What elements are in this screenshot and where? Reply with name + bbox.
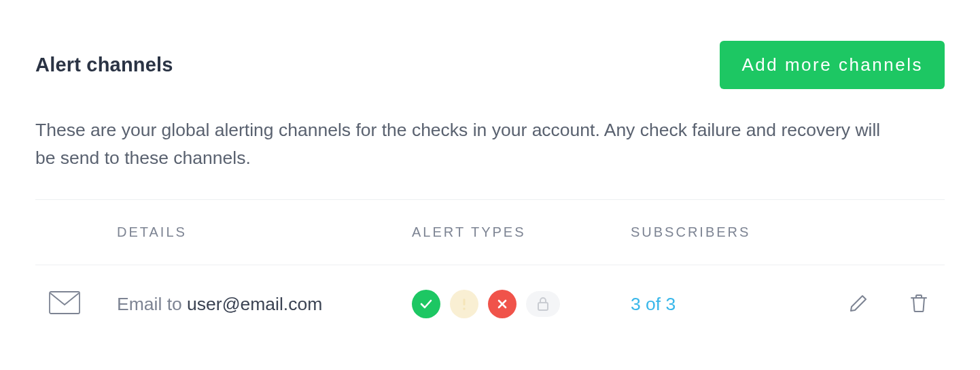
column-header-alert-types: ALERT TYPES xyxy=(412,224,631,240)
envelope-icon xyxy=(49,291,80,317)
svg-point-2 xyxy=(463,307,466,310)
edit-button[interactable] xyxy=(845,290,871,318)
warning-icon xyxy=(450,290,478,318)
channel-details: Email to user@email.com xyxy=(117,294,322,315)
x-icon xyxy=(488,290,517,318)
channel-prefix: Email to xyxy=(117,294,187,314)
add-more-channels-button[interactable]: Add more channels xyxy=(720,41,945,89)
svg-rect-0 xyxy=(50,292,80,314)
trash-icon xyxy=(909,293,928,316)
table-header: DETAILS ALERT TYPES SUBSCRIBERS xyxy=(35,199,945,265)
channels-table: DETAILS ALERT TYPES SUBSCRIBERS Email to… xyxy=(35,199,945,343)
subscribers-link[interactable]: 3 of 3 xyxy=(631,294,676,315)
column-header-subscribers: SUBSCRIBERS xyxy=(631,224,805,240)
svg-rect-3 xyxy=(538,303,548,310)
page-title: Alert channels xyxy=(35,54,173,76)
alert-type-badges xyxy=(412,290,560,318)
page-description: These are your global alerting channels … xyxy=(35,116,892,172)
delete-button[interactable] xyxy=(907,290,931,318)
lock-icon xyxy=(526,291,560,317)
column-header-details: DETAILS xyxy=(117,224,412,240)
table-row: Email to user@email.com xyxy=(35,265,945,343)
check-icon xyxy=(412,290,440,318)
pencil-icon xyxy=(848,293,869,316)
channel-address: user@email.com xyxy=(187,294,322,314)
svg-rect-1 xyxy=(463,299,466,305)
